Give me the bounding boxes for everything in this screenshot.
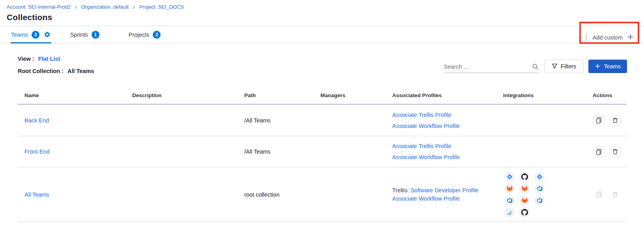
search-box: [444, 59, 539, 73]
page-title: Collections: [0, 10, 644, 22]
associated-profiles-cell: Associate Trellis ProfileAssociate Workf…: [392, 143, 503, 160]
profile-link[interactable]: Associate Trellis Profile: [392, 112, 451, 118]
table-row: Front End/All TeamsAssociate Trellis Pro…: [18, 136, 627, 167]
column-header-actions: Actions: [588, 92, 627, 98]
tab-projects[interactable]: Projects2: [129, 26, 161, 43]
table-header-row: NameDescriptionPathManagersAssociated Pr…: [18, 75, 627, 105]
trash-icon: [612, 148, 618, 155]
profile-line: Associate Workflow Profile: [392, 154, 503, 160]
filter-funnel-icon: [552, 63, 558, 69]
associated-profiles-cell: Associate Trellis ProfileAssociate Workf…: [392, 112, 503, 129]
delete-button[interactable]: [610, 146, 621, 157]
breadcrumb-link[interactable]: Account: SEI-Internal-Prod2: [7, 4, 71, 10]
add-custom-container: Add custom: [586, 33, 644, 41]
breadcrumb-link[interactable]: Project: SEI_DOCS: [139, 4, 184, 10]
copy-icon: [595, 117, 602, 124]
path-cell: root collection: [244, 192, 320, 198]
integrations-cell: [503, 172, 588, 218]
tab-count-badge: 3: [32, 31, 39, 39]
tab-teams[interactable]: Teams3: [11, 26, 51, 43]
table-body: Back End/All TeamsAssociate Trellis Prof…: [18, 105, 627, 222]
toolbar: View : Flat List Root Collection : All T…: [0, 43, 644, 75]
copy-button[interactable]: [593, 146, 604, 157]
profile-link[interactable]: Associate Workflow Profile: [392, 154, 460, 160]
delete-button[interactable]: [610, 115, 621, 126]
teams-button-label: Teams: [604, 63, 621, 69]
column-header-integrations: Integrations: [503, 92, 588, 98]
github-icon: [519, 172, 530, 182]
table-row: All Teamsroot collectionTrellis: Softwar…: [18, 167, 627, 222]
tab-count-badge: 1: [92, 31, 99, 39]
view-label: View :: [18, 55, 34, 63]
tab-count-badge: 2: [153, 31, 161, 39]
tab-label: Sprints: [70, 32, 88, 38]
delete-button: [610, 189, 621, 200]
tab-bar: Teams3Sprints1Projects2 Add custom: [0, 26, 644, 43]
profile-prefix-label: Trellis:: [392, 187, 410, 193]
path-cell: /All Teams: [244, 148, 320, 155]
vertical-divider: [586, 33, 586, 41]
tabs: Teams3Sprints1Projects2: [11, 26, 161, 43]
collections-table: NameDescriptionPathManagersAssociated Pr…: [18, 75, 627, 222]
profile-link[interactable]: Software Developer Profile: [410, 187, 478, 193]
plus-icon: [595, 63, 601, 69]
tab-sprints[interactable]: Sprints1: [70, 26, 99, 43]
profile-line: Associate Workflow Profile: [392, 123, 503, 129]
filters-label: Filters: [561, 63, 576, 69]
jira-icon: [504, 172, 515, 182]
breadcrumb-link[interactable]: Organization: default: [81, 4, 129, 10]
gear-icon[interactable]: [44, 31, 51, 38]
column-header-path: Path: [244, 92, 320, 98]
actions-cell: [588, 189, 627, 200]
copy-icon: [595, 191, 602, 198]
path-cell: /All Teams: [244, 117, 320, 124]
view-value-link[interactable]: Flat List: [38, 55, 60, 63]
actions-cell: [588, 146, 627, 157]
column-header-description: Description: [132, 92, 244, 98]
gitlab-icon: [504, 184, 515, 194]
breadcrumb: Account: SEI-Internal-Prod2Organization:…: [0, 0, 644, 10]
add-teams-button[interactable]: Teams: [588, 60, 627, 73]
collection-name-link[interactable]: All Teams: [18, 192, 132, 198]
profile-line: Associate Trellis Profile: [392, 143, 503, 149]
azure-devops-icon: [504, 195, 515, 206]
search-icon: [532, 63, 539, 70]
copy-button[interactable]: [593, 115, 604, 126]
add-custom-button[interactable]: Add custom: [592, 34, 634, 41]
sonarqube-icon: [504, 207, 515, 218]
actions-cell: [588, 115, 627, 126]
azure-devops-icon: [534, 184, 545, 194]
github-icon: [519, 207, 530, 218]
root-collection-value: All Teams: [67, 67, 94, 75]
search-input[interactable]: [444, 64, 532, 70]
collection-name-link[interactable]: Front End: [18, 148, 132, 155]
profile-link[interactable]: Associate Workflow Profile: [392, 123, 460, 129]
breadcrumb-separator-icon: [74, 6, 78, 9]
profile-line: Associate Workflow Profile: [392, 195, 503, 202]
column-header-associated-profiles: Associated Profiles: [392, 92, 503, 98]
table-row: Back End/All TeamsAssociate Trellis Prof…: [18, 105, 627, 136]
breadcrumb-separator-icon: [132, 6, 136, 9]
column-header-managers: Managers: [320, 92, 392, 98]
collection-name-link[interactable]: Back End: [18, 117, 132, 124]
filters-button[interactable]: Filters: [544, 60, 584, 73]
tab-label: Projects: [129, 32, 149, 38]
add-custom-label: Add custom: [592, 34, 623, 41]
root-collection-label: Root Collection :: [18, 67, 64, 75]
copy-button: [593, 189, 604, 200]
azure-devops-icon: [534, 195, 545, 206]
plus-icon: [627, 34, 634, 41]
column-header-name: Name: [18, 92, 132, 98]
trash-icon: [612, 192, 618, 198]
gitlab-icon: [519, 184, 530, 194]
gitlab-icon: [519, 195, 530, 206]
profile-link[interactable]: Associate Workflow Profile: [392, 195, 460, 202]
profile-line: Trellis: Software Developer Profile: [392, 187, 503, 193]
profile-link[interactable]: Associate Trellis Profile: [392, 143, 451, 149]
view-settings: View : Flat List Root Collection : All T…: [18, 55, 94, 75]
trash-icon: [612, 117, 618, 124]
associated-profiles-cell: Trellis: Software Developer ProfileAssoc…: [392, 187, 503, 202]
profile-line: Associate Trellis Profile: [392, 112, 503, 118]
jira-icon: [534, 172, 545, 182]
tab-label: Teams: [11, 32, 28, 38]
